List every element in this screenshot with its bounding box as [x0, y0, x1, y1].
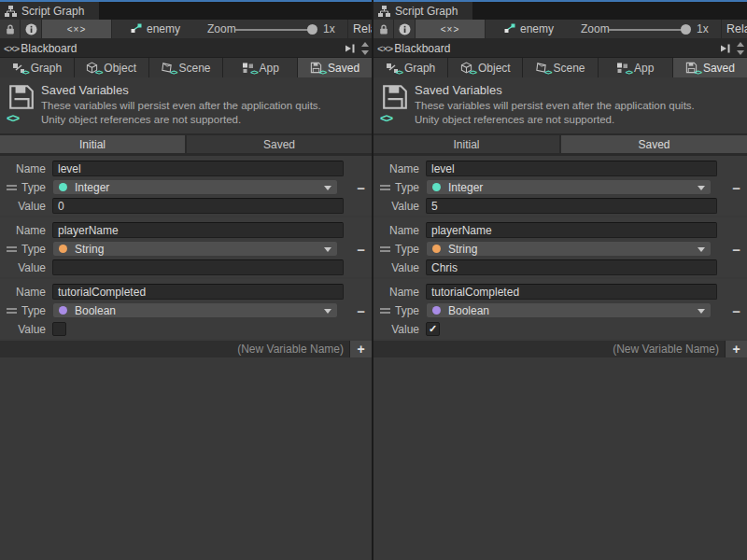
- object-cube-icon: [86, 62, 98, 74]
- info-button[interactable]: [21, 20, 42, 38]
- info-icon: [25, 23, 37, 35]
- info-button[interactable]: [394, 20, 416, 38]
- value-checkbox[interactable]: [52, 322, 66, 336]
- add-variable-button[interactable]: +: [725, 341, 747, 357]
- tab-object[interactable]: Object: [75, 58, 149, 77]
- type-dropdown[interactable]: String: [52, 241, 338, 257]
- variable-value-input[interactable]: [52, 259, 344, 275]
- tab-bar: Script Graph: [0, 2, 372, 20]
- value-checkbox[interactable]: ✓: [426, 322, 440, 336]
- panel-scroll-spinner[interactable]: [737, 42, 744, 55]
- tab-scene[interactable]: Scene: [149, 58, 224, 77]
- variable-row-tutorialCompleted: Name Type Boolean Value ✓ −: [374, 279, 747, 339]
- info-icon: [399, 23, 411, 35]
- variable-value-input[interactable]: [426, 259, 717, 275]
- type-dropdown[interactable]: String: [426, 241, 712, 257]
- scroll-down-icon[interactable]: [737, 50, 744, 55]
- graph-breadcrumb-enemy[interactable]: enemy: [129, 20, 180, 38]
- zoom-slider-track[interactable]: [609, 29, 685, 31]
- drag-handle-icon[interactable]: [380, 246, 390, 252]
- drag-handle-icon[interactable]: [7, 308, 17, 314]
- tab-initial[interactable]: Initial: [0, 135, 185, 153]
- tab-object-label: Object: [104, 62, 136, 75]
- remove-variable-button[interactable]: −: [732, 243, 740, 257]
- zoom-slider-handle[interactable]: [681, 24, 691, 35]
- tab-title: Script Graph: [21, 5, 84, 18]
- new-variable-row: +: [0, 341, 372, 357]
- variable-value-input[interactable]: [52, 198, 344, 214]
- scroll-down-icon[interactable]: [361, 50, 369, 55]
- code-view-toggle-button[interactable]: <×>: [42, 20, 112, 38]
- variable-name-input[interactable]: [52, 284, 344, 300]
- relations-button[interactable]: Rela: [353, 20, 374, 38]
- scroll-up-icon[interactable]: [737, 42, 744, 47]
- drag-handle-icon[interactable]: [7, 185, 17, 190]
- saved-variables-header: Saved Variables These variables will per…: [0, 77, 372, 133]
- zoom-slider-track[interactable]: [235, 29, 312, 31]
- code-toggle-glyph: <×>: [67, 24, 87, 35]
- graph-pointer-icon: [129, 23, 142, 35]
- type-dropdown[interactable]: Integer: [52, 179, 338, 195]
- code-badge-icon: [626, 69, 632, 77]
- type-color-dot-icon: [432, 245, 441, 253]
- tab-saved[interactable]: Saved: [298, 58, 372, 77]
- variable-value-input[interactable]: [426, 198, 717, 214]
- new-variable-name-input[interactable]: [374, 341, 725, 357]
- remove-variable-button[interactable]: −: [732, 304, 740, 318]
- graph-toolbar: <×> enemy Zoom 1x Rela: [374, 20, 747, 39]
- lock-button[interactable]: [374, 20, 394, 38]
- tab-scene[interactable]: Scene: [523, 58, 598, 77]
- value-label: Value: [374, 323, 426, 336]
- tab-object[interactable]: Object: [448, 58, 523, 77]
- remove-variable-button[interactable]: −: [732, 181, 740, 195]
- blackboard-code-icon: <×>: [4, 43, 19, 54]
- tab-script-graph[interactable]: Script Graph: [374, 2, 472, 20]
- tab-saved-values[interactable]: Saved: [187, 135, 372, 153]
- remove-variable-button[interactable]: −: [357, 243, 365, 257]
- tab-app[interactable]: App: [223, 58, 298, 77]
- tab-script-graph[interactable]: Script Graph: [0, 2, 99, 20]
- tab-saved-values[interactable]: Saved: [561, 135, 747, 153]
- remove-variable-button[interactable]: −: [357, 181, 365, 195]
- variable-name-input[interactable]: [52, 222, 344, 238]
- lock-button[interactable]: [0, 20, 21, 38]
- dock-panel-icon[interactable]: [719, 43, 731, 54]
- variable-name-input[interactable]: [426, 222, 717, 238]
- tab-app[interactable]: App: [599, 58, 673, 77]
- code-badge-icon: [21, 69, 28, 77]
- graph-breadcrumb-enemy[interactable]: enemy: [502, 20, 554, 38]
- variable-name-input[interactable]: [52, 161, 344, 176]
- code-view-toggle-button[interactable]: <×>: [416, 20, 486, 38]
- section-title: Saved Variables: [41, 83, 129, 97]
- remove-variable-button[interactable]: −: [357, 304, 365, 318]
- scroll-up-icon[interactable]: [361, 42, 369, 47]
- relations-button[interactable]: Rela: [726, 20, 747, 38]
- type-dropdown[interactable]: Boolean: [426, 302, 712, 318]
- name-label: Name: [0, 286, 52, 299]
- tab-saved-label: Saved: [703, 62, 735, 75]
- type-dropdown[interactable]: Integer: [426, 179, 712, 195]
- variable-name-input[interactable]: [426, 161, 717, 176]
- tab-initial[interactable]: Initial: [374, 135, 559, 153]
- empty-panel-area: [374, 357, 747, 560]
- drag-handle-icon[interactable]: [7, 246, 17, 252]
- app-grid-icon: [242, 63, 254, 74]
- tab-graph[interactable]: Graph: [374, 58, 448, 77]
- add-variable-button[interactable]: +: [349, 341, 372, 357]
- tab-graph[interactable]: Graph: [0, 58, 75, 77]
- drag-handle-icon[interactable]: [380, 185, 390, 190]
- toolbar-separator: [347, 20, 348, 38]
- saved-variables-header: Saved Variables These variables will per…: [374, 77, 747, 133]
- code-badge-icon: [319, 69, 326, 77]
- zoom-slider-handle[interactable]: [307, 24, 317, 35]
- variable-name-input[interactable]: [426, 284, 717, 300]
- drag-handle-icon[interactable]: [380, 308, 390, 314]
- code-badge-icon: [170, 69, 176, 77]
- type-dropdown[interactable]: Boolean: [52, 302, 338, 318]
- type-value: String: [75, 243, 104, 256]
- new-variable-name-input[interactable]: [0, 341, 349, 357]
- dock-panel-icon[interactable]: [344, 43, 356, 54]
- value-label: Value: [0, 200, 52, 213]
- panel-scroll-spinner[interactable]: [361, 42, 369, 55]
- tab-saved[interactable]: Saved: [673, 58, 747, 77]
